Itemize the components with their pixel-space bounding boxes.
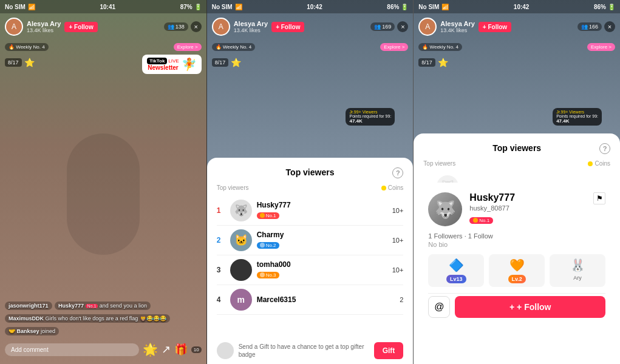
chat-user-2: Husky777 [58,303,84,309]
viewers-badge-3: Jr.99+ Viewers Points required for 99: 4… [553,108,602,126]
share-icon[interactable]: ↗ [162,343,171,356]
profile-actions: @ + + Follow [428,296,605,318]
help-icon-2[interactable]: ? [392,167,403,178]
profile-card: 🐺 Husky777 husky_80877 No.1 ⚑ 1 Follower… [418,183,615,328]
coin-dot [381,186,386,190]
viewer-badge-no3: No.3 [257,272,279,278]
likes-3: 13.4K likes [440,27,474,33]
battery-icon-3: 🔋 [608,4,615,10]
profile-info: Husky777 husky_80877 No.1 [469,192,586,225]
badge-item-3: 🐰 Ary [550,254,605,287]
viewer-icon-2: 👥 [374,24,381,30]
bottom-overlay-1: jasonwright171 Husky777 No.1 and send yo… [0,299,206,364]
status-right-1: 87% 🔋 [180,4,202,10]
rank-num-1: 1 [217,206,225,215]
coins-val-4: 2 [400,296,403,303]
viewer-num-3: 166 [589,24,598,30]
viewer-row-3[interactable]: 3 tomha000 No.3 10+ [217,255,404,285]
follow-button-3[interactable]: + Follow [479,22,511,32]
viewers-badge-2: Jr.99+ Viewers Points required for 99: 4… [346,108,395,126]
lv-badge-1: Lv13 [446,275,466,283]
at-button[interactable]: @ [428,296,450,318]
battery-icon-1: 🔋 [194,4,202,10]
username-3: Alesya Ary [440,20,474,27]
chat-badge-2: No.1 [86,304,98,308]
status-bar-2: No SIM 📶 10:42 86% 🔋 [207,0,414,13]
viewer-count-2: 👥 169 [370,22,395,31]
panel-2: No SIM 📶 10:42 86% 🔋 A Alesya Ary 13.4K … [207,0,414,364]
follow-button-1[interactable]: + Follow [64,22,97,32]
gift-icon[interactable]: 🎁 [174,343,188,356]
chat-msg-2: Husky777 No.1 and send you a lion [55,302,151,310]
subscribe-icon[interactable]: 🌟 [143,342,158,357]
rank-num-2: 2 [217,236,225,244]
badge-item-1: 🔷 Lv13 [428,254,484,287]
big-follow-button[interactable]: + + Follow [455,296,605,318]
rank-bar-2: 8/17 ⭐ Jr.99+ Viewers Points required fo… [207,53,414,72]
explore-btn-3[interactable]: Explore > [587,43,615,51]
flag-icon: ⚑ [593,192,605,204]
viewer-num-1: 138 [175,24,185,30]
viewer-name-4: Marcel6315 [257,295,395,304]
newsletter-banner[interactable]: TikTok LIVE Newsletter 🧚 [142,55,201,74]
comment-input-1[interactable]: Add comment [5,343,139,356]
viewer-row-1[interactable]: 1 🐺 Husky777 No.1 10+ [217,196,404,226]
username-1: Alesya Ary [27,20,61,27]
rank-num-3: 3 [217,266,225,274]
badge-icon-3: 🐰 [570,258,585,272]
profile-handle: husky_80877 [469,204,586,212]
profile-big-avatar: 🐺 [428,192,462,226]
top-viewers-panel: Top viewers ? Top viewers Coins 1 🐺 Husk… [207,158,414,364]
weekly-badge-3: 🔥 Weekly No. 4 [418,43,462,51]
weekly-bar-3: 🔥 Weekly No. 4 Explore > [414,40,620,53]
explore-btn-2[interactable]: Explore > [380,43,408,51]
chat-text-4: joined [41,328,55,334]
panel-header-2: Top viewers Coins [217,184,404,191]
top-right-1: 👥 138 × [164,21,202,32]
time-1: 10:41 [100,4,115,10]
viewer-avatar-4: m [230,289,252,311]
battery-icon-2: 🔋 [401,4,408,10]
viewer-count-3: 👥 166 [577,22,602,31]
chat-msg-4: 🤝 Banksey joined [5,327,59,335]
close-btn-3[interactable]: × [604,21,615,32]
avatar-1: A [5,18,23,36]
viewer-row-2[interactable]: 2 🐱 Charmy No.2 10+ [217,226,404,255]
viewer-num-2: 169 [382,24,391,30]
user-info-3: A Alesya Ary 13.4K likes + Follow [418,18,511,36]
person-silhouette-1 [6,73,200,315]
gift-button[interactable]: Gift [374,342,404,359]
panel-title-2: Top viewers ? [217,167,404,177]
panel-3: No SIM 📶 10:42 86% 🔋 A Alesya Ary 13.4K … [414,0,620,364]
help-icon-3[interactable]: ? [599,143,610,154]
top-overlay-1: A Alesya Ary 13.4K likes + Follow 👥 138 … [0,13,206,40]
bottom-avatar [217,342,234,359]
viewer-name-wrap-3: tomha000 No.3 [257,260,387,280]
viewer-name-2: Charmy [257,231,387,239]
panel-1: No SIM 📶 10:41 87% 🔋 A Alesya Ary 13.4K … [0,0,207,364]
badge-circle-3 [260,272,265,277]
rank-num-4: 4 [217,295,225,304]
username-2: Alesya Ary [234,20,268,27]
explore-btn-1[interactable]: Explore > [174,43,202,51]
battery-3: 86% [594,4,606,10]
close-btn-1[interactable]: × [191,21,202,32]
time-2: 10:42 [307,4,322,10]
badge-icon-2: 🧡 [509,258,525,272]
viewer-row-4[interactable]: 4 m Marcel6315 2 [217,285,404,315]
viewer-name-wrap-4: Marcel6315 [257,295,395,304]
top-overlay-2: A Alesya Ary 13.4K likes + Follow 👥 169 … [207,13,414,40]
close-btn-2[interactable]: × [397,21,408,32]
profile-card-header: 🐺 Husky777 husky_80877 No.1 ⚑ [428,192,605,226]
coins-val-2: 10+ [392,237,404,244]
follow-button-2[interactable]: + Follow [271,22,304,32]
badge-circle-1 [260,213,265,218]
viewer-icon-1: 👥 [168,24,174,30]
avatar-2: A [212,18,230,36]
profile-name: Husky777 [469,192,586,203]
status-left-1: No SIM 📶 [5,4,35,10]
chat-msg-3: MaximusDDK Girls who don't like dogs are… [5,314,170,323]
coins-val-3: 10+ [392,266,404,274]
star-icon-1: ⭐ [24,58,35,67]
weekly-badge-2: 🔥 Weekly No. 4 [212,43,256,51]
